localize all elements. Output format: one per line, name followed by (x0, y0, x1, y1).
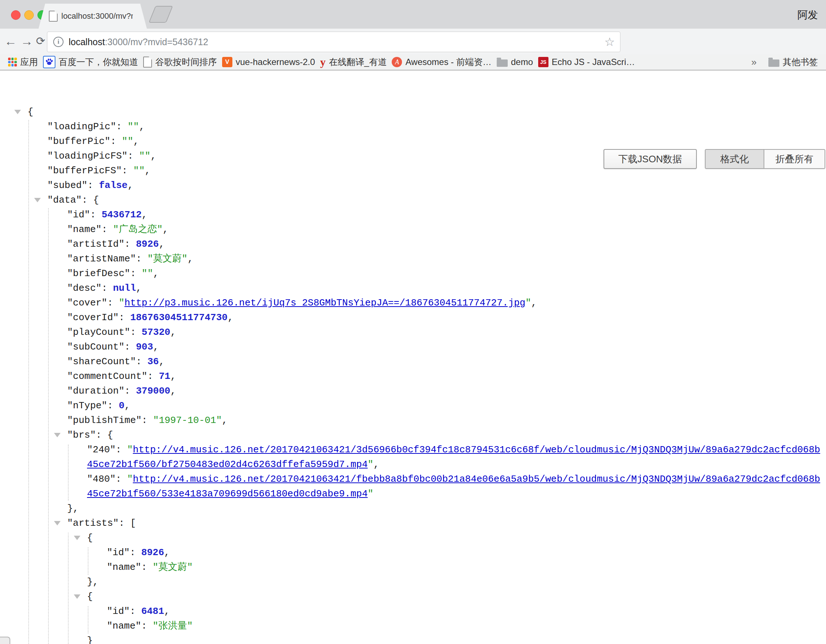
json-token: : (130, 327, 142, 338)
bookmarks-bar: 应用 百度一下，你就知道 谷歌按时间排序 V vue-hackernews-2.… (0, 54, 826, 70)
json-token: : (122, 165, 133, 176)
json-line: }, (0, 501, 824, 516)
apps-grid-icon (8, 57, 17, 67)
json-token: , (133, 136, 139, 147)
bookmark-demo-folder[interactable]: demo (497, 57, 533, 67)
reload-button[interactable]: ⟳ (36, 33, 45, 49)
json-line: "coverId": 18676304511774730, (0, 310, 824, 325)
baidu-paw-icon (43, 56, 56, 68)
json-line: "bufferPicFS": "", (0, 163, 824, 178)
profile-name[interactable]: 阿发 (797, 8, 818, 22)
json-token: , (531, 297, 537, 309)
vue-icon: V (222, 57, 232, 67)
json-token: 71 (159, 371, 170, 382)
collapse-arrow-icon[interactable] (74, 594, 81, 599)
json-token: "bufferPicFS" (47, 165, 122, 176)
json-link[interactable]: http://v4.music.126.net/20170421063421/f… (87, 473, 820, 499)
bookmarks-overflow-chevron[interactable]: » (751, 57, 757, 68)
json-token: "shareCount" (67, 356, 136, 367)
json-link[interactable]: http://v4.music.126.net/20170421063421/3… (87, 444, 820, 470)
json-line: "data": { (0, 193, 824, 208)
json-token: : (116, 473, 127, 485)
collapse-arrow-icon[interactable] (54, 521, 61, 525)
json-token: : (116, 121, 127, 132)
json-line: } (0, 633, 824, 644)
json-token: : (110, 136, 122, 147)
json-token: "莫文蔚" (147, 253, 187, 264)
json-tree: {"loadingPic": "","bufferPic": "","loadi… (0, 105, 824, 644)
other-bookmarks[interactable]: 其他书签 (769, 56, 818, 68)
json-token: "nType" (67, 400, 107, 411)
page-info-icon[interactable]: i (53, 37, 64, 47)
json-token: : (116, 444, 127, 455)
bookmark-apps[interactable]: 应用 (8, 56, 38, 68)
json-line: "240": "http://v4.music.126.net/20170421… (0, 442, 824, 472)
bookmark-youdao[interactable]: y 在线翻译_有道 (320, 56, 387, 68)
forward-button[interactable]: → (20, 33, 33, 49)
bookmark-google-sorted[interactable]: 谷歌按时间排序 (143, 56, 217, 68)
json-token: , (170, 327, 176, 338)
json-line: { (0, 589, 824, 604)
json-line: }, (0, 574, 824, 589)
bookmark-vue-hackernews[interactable]: V vue-hackernews-2.0 (222, 57, 315, 67)
json-token: "id" (107, 606, 130, 617)
json-token: 5436712 (102, 209, 142, 220)
bookmark-star-icon[interactable]: ☆ (604, 35, 615, 49)
json-token: , (142, 209, 148, 220)
status-bubble (0, 637, 10, 644)
json-token: , (163, 224, 169, 235)
collapse-arrow-icon[interactable] (14, 110, 21, 114)
folder-icon (769, 59, 779, 67)
json-line: "name": "广岛之恋", (0, 222, 824, 237)
address-bar[interactable]: i localhost:3000/mv?mvid=5436712 ☆ (47, 31, 620, 52)
bookmark-baidu[interactable]: 百度一下，你就知道 (43, 56, 138, 68)
json-line: "subed": false, (0, 178, 824, 193)
json-token: "commentCount" (67, 371, 147, 382)
json-line: "nType": 0, (0, 398, 824, 413)
json-token: "bufferPic" (47, 136, 110, 147)
json-token: [ (130, 518, 136, 529)
json-token: : (130, 547, 141, 558)
back-button[interactable]: ← (5, 33, 17, 49)
json-token: "" (127, 121, 139, 132)
json-token: : (107, 297, 119, 309)
json-token: "artists" (67, 518, 119, 529)
json-token: false (99, 180, 127, 191)
json-token: "1997-10-01" (153, 415, 222, 426)
url-host: localhost (69, 37, 105, 47)
collapse-arrow-icon[interactable] (34, 198, 41, 202)
tab-close-icon[interactable]: × (171, 11, 177, 20)
json-line: "subCount": 903, (0, 340, 824, 354)
json-token: "artistId" (67, 239, 124, 250)
json-token: , (124, 400, 130, 411)
json-token: " (525, 297, 531, 309)
json-token: "subed" (47, 180, 87, 191)
browser-tab[interactable]: localhost:3000/mv?mvid=543 × (39, 4, 147, 29)
json-link[interactable]: http://p3.music.126.net/ijUq7s_2S8GMbTNs… (124, 297, 525, 309)
echojs-icon: JS (538, 57, 548, 67)
json-token: 18676304511774730 (130, 312, 228, 323)
json-line: "name": "莫文蔚" (0, 560, 824, 574)
json-token: , (136, 283, 142, 294)
collapse-arrow-icon[interactable] (54, 433, 61, 437)
json-line: "artists": [ (0, 516, 824, 531)
json-token: " (368, 488, 374, 499)
bookmark-awesomes[interactable]: A Awesomes - 前端资… (392, 56, 491, 68)
bookmark-label: vue-hackernews-2.0 (236, 57, 315, 67)
json-token: "id" (67, 209, 90, 220)
json-token: { (93, 195, 99, 206)
json-token: "id" (107, 547, 130, 558)
json-token: "publishTime" (67, 415, 142, 426)
json-token: : (124, 341, 136, 352)
bookmark-echojs[interactable]: JS Echo JS - JavaScri… (538, 57, 635, 67)
tab-strip: localhost:3000/mv?mvid=543 × 阿发 (0, 0, 826, 29)
window-close-button[interactable] (11, 10, 20, 20)
new-tab-button[interactable] (149, 6, 173, 23)
url-text: localhost:3000/mv?mvid=5436712 (69, 37, 208, 47)
window-minimize-button[interactable] (24, 10, 34, 20)
json-token: : (142, 415, 153, 426)
json-token: "coverId" (67, 312, 119, 323)
bookmark-label: Echo JS - JavaScri… (552, 57, 635, 67)
json-line: "loadingPicFS": "", (0, 149, 824, 163)
collapse-arrow-icon[interactable] (74, 536, 81, 540)
